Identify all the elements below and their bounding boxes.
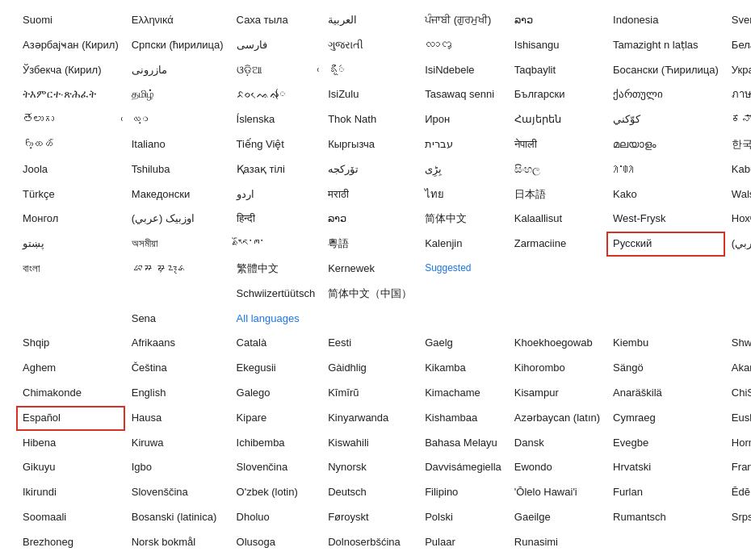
language-item[interactable]: Davvisámegiella bbox=[418, 455, 508, 480]
language-item[interactable]: Slovenščina bbox=[125, 480, 230, 505]
language-item[interactable]: Kiruwa bbox=[125, 431, 230, 456]
language-item[interactable]: Kihorombo bbox=[508, 356, 606, 381]
language-item[interactable]: Русский bbox=[606, 232, 725, 257]
language-item[interactable]: Ўзбекча (Кирил) bbox=[16, 58, 125, 83]
language-item[interactable]: Azərbaycan (latın) bbox=[508, 406, 606, 431]
language-item[interactable]: हिन्दी bbox=[230, 207, 322, 232]
language-item[interactable]: Duálá bbox=[230, 555, 322, 560]
language-item[interactable]: Ikirundi bbox=[16, 480, 125, 505]
language-item[interactable]: Dansk bbox=[508, 431, 606, 456]
language-item[interactable]: Čeština bbox=[125, 356, 230, 381]
language-item[interactable]: Kernewek bbox=[321, 257, 418, 282]
language-item[interactable]: Gàidhlig bbox=[321, 356, 418, 381]
language-item[interactable]: Ирон bbox=[418, 107, 508, 132]
language-item[interactable]: Kikamba bbox=[418, 356, 508, 381]
language-item[interactable]: Pulaar bbox=[418, 530, 508, 555]
language-item[interactable]: پښتو bbox=[16, 232, 125, 257]
language-item[interactable]: Беларуская bbox=[725, 33, 751, 58]
language-item[interactable]: मराठी bbox=[321, 182, 418, 207]
language-item[interactable]: Kabuverdianu bbox=[725, 157, 751, 182]
language-item[interactable]: IsiZulu bbox=[321, 82, 418, 107]
language-item[interactable]: Shwóŋò ngiembɔɔn bbox=[725, 331, 751, 356]
language-item[interactable]: Español bbox=[16, 406, 125, 431]
language-item[interactable]: Íslenska bbox=[230, 107, 322, 132]
language-item[interactable]: ᦟᦱᧅ bbox=[418, 33, 508, 58]
language-item[interactable]: Босански (Ћирилица) bbox=[606, 58, 725, 83]
language-item[interactable]: Svenska bbox=[725, 8, 751, 33]
language-item[interactable]: Cymraeg bbox=[606, 406, 725, 431]
language-item[interactable]: Gaelg bbox=[418, 331, 508, 356]
language-item[interactable]: Саха тыла bbox=[230, 8, 322, 33]
language-item[interactable]: རྫོང་ཁ་ bbox=[230, 232, 322, 257]
language-item[interactable]: Монгол bbox=[16, 207, 125, 232]
language-item[interactable]: Türkçe bbox=[16, 182, 125, 207]
language-item[interactable]: Български bbox=[508, 82, 606, 107]
language-item[interactable]: Kipare bbox=[230, 406, 322, 431]
language-item[interactable]: Walser bbox=[725, 182, 751, 207]
language-item[interactable]: Norsk bokmål bbox=[125, 530, 230, 555]
language-item[interactable]: Hornjoserbšćina bbox=[725, 431, 751, 456]
language-item[interactable]: Hausa bbox=[125, 406, 230, 431]
language-item[interactable]: Afrikaans bbox=[125, 331, 230, 356]
language-item[interactable]: ᨅᨔᨕᨙᨁᩕ bbox=[230, 82, 322, 107]
language-item[interactable]: 日本語 bbox=[508, 182, 606, 207]
language-item[interactable]: ภาษา bbox=[725, 82, 751, 107]
language-item[interactable]: Rumantsch bbox=[606, 505, 725, 530]
language-item[interactable]: Nuasue bbox=[16, 555, 125, 560]
language-item[interactable]: Indonesia bbox=[606, 8, 725, 33]
language-item[interactable]: Khoekhoegowab bbox=[508, 331, 606, 356]
language-item[interactable]: Kinyarwanda bbox=[321, 406, 418, 431]
language-item[interactable]: (عربي) اوزبیک bbox=[125, 207, 230, 232]
language-item[interactable]: Ishisangu bbox=[508, 33, 606, 58]
language-item[interactable]: بِڑِی bbox=[418, 157, 508, 182]
language-item[interactable]: Bàsàa bbox=[725, 555, 751, 560]
language-item[interactable]: Нохчийн bbox=[725, 207, 751, 232]
language-item[interactable]: বাংলা bbox=[16, 257, 125, 282]
language-item[interactable]: Ichibemba bbox=[230, 431, 322, 456]
language-item[interactable]: (عربي) پنجابی bbox=[725, 232, 751, 257]
language-item[interactable]: ଓଡ଼ିଆ bbox=[230, 58, 322, 83]
language-item[interactable]: Joola bbox=[16, 157, 125, 182]
language-item[interactable]: ქართული bbox=[606, 82, 725, 107]
language-item[interactable]: مازرونی bbox=[125, 58, 230, 83]
language-item[interactable]: Македонски bbox=[125, 182, 230, 207]
language-item[interactable]: Schwiizertüütsch bbox=[230, 282, 322, 307]
language-item[interactable]: تۆرکجه bbox=[321, 157, 418, 182]
language-item[interactable]: தமிழ் bbox=[125, 82, 230, 107]
language-item[interactable]: Bosanski (latinica) bbox=[125, 505, 230, 530]
language-item[interactable]: فارسی bbox=[230, 33, 322, 58]
language-item[interactable]: Gikuyu bbox=[16, 455, 125, 480]
language-item[interactable]: 简体中文（中国） bbox=[321, 282, 418, 307]
language-item[interactable]: ਪੰਜਾਬੀ (ਗੁਰਮੁਖੀ) bbox=[418, 8, 508, 33]
language-item[interactable]: Tasawaq senni bbox=[418, 82, 508, 107]
language-item[interactable]: Ēdē Yorùbá bbox=[725, 480, 751, 505]
language-item[interactable]: Kīmīrũ bbox=[321, 381, 418, 406]
language-item[interactable]: Anaräškilä bbox=[606, 381, 725, 406]
language-item[interactable]: Euskara bbox=[725, 406, 751, 431]
language-item[interactable]: Thok Nath bbox=[321, 107, 418, 132]
language-item[interactable]: Srpski (latinica) bbox=[725, 505, 751, 530]
language-item[interactable]: Азəрбајҹан (Кирил) bbox=[16, 33, 125, 58]
language-item[interactable]: Kishambaa bbox=[418, 406, 508, 431]
language-item[interactable]: Gaeilge bbox=[508, 505, 606, 530]
language-item[interactable]: తెలుగు bbox=[16, 107, 125, 132]
language-item[interactable]: Aghem bbox=[16, 356, 125, 381]
language-item[interactable]: ᱤᱸᱰᱤ bbox=[606, 157, 725, 182]
language-item[interactable]: Polski bbox=[418, 505, 508, 530]
language-item[interactable]: Galego bbox=[230, 381, 322, 406]
language-item[interactable]: Deutsch bbox=[321, 480, 418, 505]
language-item[interactable]: Suomi bbox=[16, 8, 125, 33]
language-item[interactable]: ಕನ್ನಡ bbox=[725, 107, 751, 132]
language-item[interactable]: Қазақ тілі bbox=[230, 157, 322, 182]
language-item[interactable]: සිංහල bbox=[508, 157, 606, 182]
language-item[interactable]: Føroyskt bbox=[321, 505, 418, 530]
language-item[interactable]: Zarmaciine bbox=[508, 232, 606, 257]
language-item[interactable]: ᨤᩣ᩠ᨲᩉ᩼ bbox=[16, 132, 125, 157]
language-item[interactable]: Dolnoserbšćina bbox=[321, 530, 418, 555]
language-item[interactable]: ລາວ bbox=[321, 207, 418, 232]
language-item[interactable]: Filipino bbox=[418, 480, 508, 505]
language-item[interactable]: Runyankore bbox=[418, 555, 508, 560]
language-item[interactable]: Català bbox=[230, 331, 322, 356]
language-item[interactable]: Украïнська bbox=[725, 58, 751, 83]
language-item[interactable]: Igbo bbox=[125, 455, 230, 480]
